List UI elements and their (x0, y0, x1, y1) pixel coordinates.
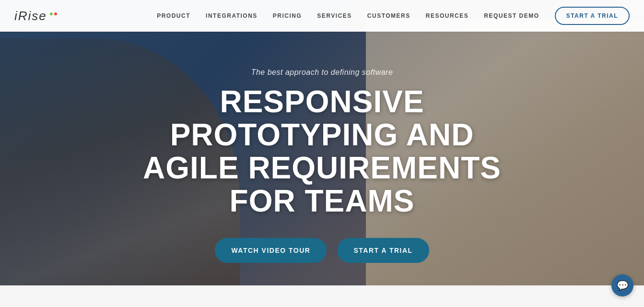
hero-buttons: WATCH VIDEO TOUR START A TRIAL (143, 238, 501, 263)
navbar: iRise PRODUCT INTEGRATIONS PRICING SERVI… (0, 0, 644, 32)
nav-links: PRODUCT INTEGRATIONS PRICING SERVICES CU… (157, 7, 630, 25)
hero-title-line1: RESPONSIVE (220, 84, 424, 119)
bottom-strip (0, 285, 644, 307)
navbar-start-trial-button[interactable]: START A TRIAL (555, 7, 630, 25)
nav-pricing[interactable]: PRICING (273, 12, 302, 19)
logo-dot-red (54, 12, 57, 15)
chat-widget[interactable]: 💬 (611, 274, 633, 296)
chat-icon: 💬 (617, 280, 629, 291)
nav-request-demo[interactable]: REQUEST DEMO (484, 12, 539, 19)
hero-title-line3: AGILE REQUIREMENTS (143, 151, 501, 185)
hero-title: RESPONSIVE PROTOTYPING AND AGILE REQUIRE… (143, 85, 501, 218)
logo[interactable]: iRise (14, 9, 57, 24)
nav-services[interactable]: SERVICES (317, 12, 351, 19)
hero-start-trial-button[interactable]: START A TRIAL (337, 238, 429, 263)
watch-video-tour-button[interactable]: WATCH VIDEO TOUR (215, 238, 327, 263)
nav-product[interactable]: PRODUCT (157, 12, 190, 19)
nav-customers[interactable]: CUSTOMERS (367, 12, 410, 19)
hero-title-line4: FOR TEAMS (230, 184, 415, 218)
logo-text: iRise (14, 9, 47, 24)
nav-integrations[interactable]: INTEGRATIONS (206, 12, 258, 19)
logo-dots (50, 12, 57, 15)
hero-section: The best approach to defining software R… (0, 0, 644, 307)
logo-dot-green (50, 12, 53, 15)
nav-resources[interactable]: RESOURCES (426, 12, 469, 19)
hero-subtitle: The best approach to defining software (143, 68, 501, 77)
hero-content: The best approach to defining software R… (143, 59, 501, 263)
hero-title-line2: PROTOTYPING AND (170, 118, 474, 152)
